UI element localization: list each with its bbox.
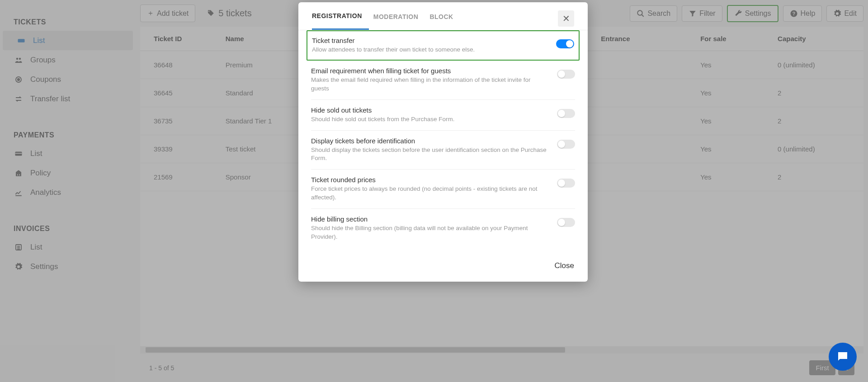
tab-block[interactable]: BLOCK bbox=[429, 3, 460, 29]
setting-row: Display tickets before identificationSho… bbox=[311, 131, 575, 170]
setting-row: Hide billing sectionShould hide the Bill… bbox=[311, 209, 575, 248]
toggle-switch[interactable] bbox=[556, 39, 574, 48]
toggle-switch[interactable] bbox=[557, 179, 575, 188]
toggle-switch[interactable] bbox=[557, 218, 575, 227]
close-button[interactable]: Close bbox=[555, 261, 574, 270]
toggle-switch[interactable] bbox=[557, 109, 575, 118]
chat-icon bbox=[836, 350, 849, 363]
setting-row: Hide sold out ticketsShould hide sold ou… bbox=[311, 100, 575, 131]
setting-title: Ticket rounded prices bbox=[311, 176, 548, 184]
toggle-switch[interactable] bbox=[557, 140, 575, 149]
setting-description: Should hide the Billing section (billing… bbox=[311, 224, 548, 241]
setting-title: Display tickets before identification bbox=[311, 137, 548, 145]
setting-description: Force ticket prices to always be rounded… bbox=[311, 185, 548, 202]
tab-registration[interactable]: REGISTRATION bbox=[312, 2, 369, 30]
setting-row: Email requirement when filling ticket fo… bbox=[311, 61, 575, 100]
toggle-switch[interactable] bbox=[557, 70, 575, 79]
modal-body: Ticket transferAllow attendees to transf… bbox=[298, 30, 588, 252]
setting-title: Hide billing section bbox=[311, 215, 548, 223]
setting-description: Should hide sold out tickets from the Pu… bbox=[311, 115, 548, 124]
setting-description: Allow attendees to transfer their own ti… bbox=[312, 46, 547, 54]
modal-footer: Close bbox=[298, 252, 588, 282]
tab-moderation[interactable]: MODERATION bbox=[373, 3, 425, 29]
setting-row: Ticket rounded pricesForce ticket prices… bbox=[311, 170, 575, 209]
setting-description: Makes the email field required when fill… bbox=[311, 76, 548, 93]
setting-title: Hide sold out tickets bbox=[311, 106, 548, 114]
chat-widget[interactable] bbox=[829, 343, 857, 371]
settings-modal: REGISTRATION MODERATION BLOCK ✕ Ticket t… bbox=[298, 2, 588, 282]
close-icon[interactable]: ✕ bbox=[558, 10, 574, 27]
setting-title: Ticket transfer bbox=[312, 37, 547, 44]
setting-title: Email requirement when filling ticket fo… bbox=[311, 67, 548, 75]
setting-row: Ticket transferAllow attendees to transf… bbox=[307, 30, 580, 61]
setting-description: Should display the tickets section befor… bbox=[311, 146, 548, 163]
modal-tabs: REGISTRATION MODERATION BLOCK ✕ bbox=[298, 2, 588, 30]
